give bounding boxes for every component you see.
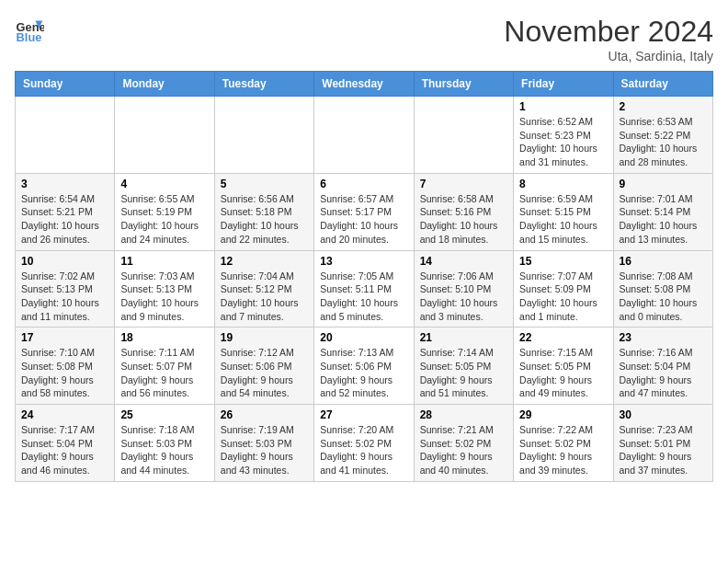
calendar-cell: 2Sunrise: 6:53 AMSunset: 5:22 PMDaylight… <box>613 97 712 174</box>
logo: General Blue <box>15 15 44 44</box>
day-number: 5 <box>221 178 308 190</box>
day-number: 3 <box>21 178 108 190</box>
day-number: 7 <box>420 178 507 190</box>
weekday-header: Saturday <box>613 72 712 97</box>
calendar-cell: 19Sunrise: 7:12 AMSunset: 5:06 PMDayligh… <box>214 327 313 405</box>
day-number: 6 <box>320 178 407 190</box>
day-number: 29 <box>519 408 607 421</box>
month-title: November 2024 <box>504 15 713 49</box>
calendar-cell <box>314 97 414 174</box>
day-info: Sunrise: 7:23 AMSunset: 5:01 PMDaylight:… <box>620 423 707 477</box>
day-number: 20 <box>320 331 407 344</box>
day-number: 1 <box>519 100 607 113</box>
day-info: Sunrise: 7:03 AMSunset: 5:13 PMDaylight:… <box>120 270 208 324</box>
day-info: Sunrise: 7:22 AMSunset: 5:02 PMDaylight:… <box>519 423 607 477</box>
day-info: Sunrise: 7:02 AMSunset: 5:13 PMDaylight:… <box>21 270 108 324</box>
weekday-header: Thursday <box>414 72 513 97</box>
day-number: 8 <box>519 178 607 190</box>
calendar-cell: 18Sunrise: 7:11 AMSunset: 5:07 PMDayligh… <box>115 327 214 405</box>
calendar-cell <box>414 97 513 174</box>
day-info: Sunrise: 6:56 AMSunset: 5:18 PMDaylight:… <box>221 192 308 247</box>
weekday-header: Tuesday <box>214 72 313 97</box>
day-info: Sunrise: 6:54 AMSunset: 5:21 PMDaylight:… <box>21 192 108 247</box>
calendar-cell: 1Sunrise: 6:52 AMSunset: 5:23 PMDaylight… <box>514 97 613 174</box>
calendar-week-row: 17Sunrise: 7:10 AMSunset: 5:08 PMDayligh… <box>16 327 713 405</box>
calendar-cell: 9Sunrise: 7:01 AMSunset: 5:14 PMDaylight… <box>613 173 712 250</box>
calendar-cell: 8Sunrise: 6:59 AMSunset: 5:15 PMDaylight… <box>514 173 613 250</box>
day-number: 16 <box>620 255 707 268</box>
day-number: 9 <box>620 178 707 190</box>
day-number: 13 <box>320 255 407 268</box>
day-number: 10 <box>21 255 108 268</box>
page-header: General Blue November 2024 Uta, Sardinia… <box>15 15 713 63</box>
day-info: Sunrise: 7:14 AMSunset: 5:05 PMDaylight:… <box>420 346 507 400</box>
logo-icon: General Blue <box>15 15 44 44</box>
calendar-cell: 29Sunrise: 7:22 AMSunset: 5:02 PMDayligh… <box>514 405 613 482</box>
day-number: 25 <box>120 408 208 421</box>
day-info: Sunrise: 6:59 AMSunset: 5:15 PMDaylight:… <box>519 192 607 247</box>
calendar-cell: 12Sunrise: 7:04 AMSunset: 5:12 PMDayligh… <box>214 250 313 327</box>
day-info: Sunrise: 7:06 AMSunset: 5:10 PMDaylight:… <box>420 270 507 324</box>
day-number: 27 <box>320 408 407 421</box>
day-number: 26 <box>221 408 308 421</box>
day-number: 24 <box>21 408 108 421</box>
day-number: 11 <box>120 255 208 268</box>
day-info: Sunrise: 7:13 AMSunset: 5:06 PMDaylight:… <box>320 346 407 400</box>
calendar-cell <box>214 97 313 174</box>
day-info: Sunrise: 7:20 AMSunset: 5:02 PMDaylight:… <box>320 423 407 477</box>
weekday-header: Sunday <box>16 72 115 97</box>
day-info: Sunrise: 7:05 AMSunset: 5:11 PMDaylight:… <box>320 270 407 324</box>
calendar-cell: 26Sunrise: 7:19 AMSunset: 5:03 PMDayligh… <box>214 405 313 482</box>
calendar-cell: 14Sunrise: 7:06 AMSunset: 5:10 PMDayligh… <box>414 250 513 327</box>
calendar-cell: 11Sunrise: 7:03 AMSunset: 5:13 PMDayligh… <box>115 250 214 327</box>
calendar-week-row: 1Sunrise: 6:52 AMSunset: 5:23 PMDaylight… <box>16 97 713 174</box>
day-info: Sunrise: 7:19 AMSunset: 5:03 PMDaylight:… <box>221 423 308 477</box>
day-number: 22 <box>519 331 607 344</box>
weekday-header: Monday <box>115 72 214 97</box>
day-info: Sunrise: 6:53 AMSunset: 5:22 PMDaylight:… <box>620 115 707 169</box>
calendar-cell: 3Sunrise: 6:54 AMSunset: 5:21 PMDaylight… <box>16 173 115 250</box>
day-number: 21 <box>420 331 507 344</box>
calendar-cell <box>16 97 115 174</box>
calendar-cell: 25Sunrise: 7:18 AMSunset: 5:03 PMDayligh… <box>115 405 214 482</box>
calendar-cell: 27Sunrise: 7:20 AMSunset: 5:02 PMDayligh… <box>314 405 414 482</box>
day-info: Sunrise: 6:57 AMSunset: 5:17 PMDaylight:… <box>320 192 407 247</box>
day-info: Sunrise: 7:10 AMSunset: 5:08 PMDaylight:… <box>21 346 108 400</box>
calendar-cell: 20Sunrise: 7:13 AMSunset: 5:06 PMDayligh… <box>314 327 414 405</box>
day-number: 2 <box>620 100 707 113</box>
day-info: Sunrise: 6:58 AMSunset: 5:16 PMDaylight:… <box>420 192 507 247</box>
day-info: Sunrise: 7:17 AMSunset: 5:04 PMDaylight:… <box>21 423 108 477</box>
calendar-cell <box>115 97 214 174</box>
calendar-cell: 16Sunrise: 7:08 AMSunset: 5:08 PMDayligh… <box>613 250 712 327</box>
day-number: 14 <box>420 255 507 268</box>
weekday-header-row: SundayMondayTuesdayWednesdayThursdayFrid… <box>16 72 713 97</box>
calendar-cell: 21Sunrise: 7:14 AMSunset: 5:05 PMDayligh… <box>414 327 513 405</box>
day-number: 12 <box>221 255 308 268</box>
weekday-header: Friday <box>514 72 613 97</box>
calendar-cell: 10Sunrise: 7:02 AMSunset: 5:13 PMDayligh… <box>16 250 115 327</box>
day-info: Sunrise: 6:52 AMSunset: 5:23 PMDaylight:… <box>519 115 607 169</box>
title-area: November 2024 Uta, Sardinia, Italy <box>504 15 713 63</box>
day-info: Sunrise: 7:08 AMSunset: 5:08 PMDaylight:… <box>620 270 707 324</box>
calendar-cell: 28Sunrise: 7:21 AMSunset: 5:02 PMDayligh… <box>414 405 513 482</box>
day-number: 30 <box>620 408 707 421</box>
svg-text:Blue: Blue <box>17 30 42 44</box>
day-info: Sunrise: 7:11 AMSunset: 5:07 PMDaylight:… <box>120 346 208 400</box>
day-info: Sunrise: 7:18 AMSunset: 5:03 PMDaylight:… <box>120 423 208 477</box>
calendar-table: SundayMondayTuesdayWednesdayThursdayFrid… <box>15 71 713 482</box>
calendar-cell: 6Sunrise: 6:57 AMSunset: 5:17 PMDaylight… <box>314 173 414 250</box>
day-number: 15 <box>519 255 607 268</box>
day-number: 4 <box>120 178 208 190</box>
day-number: 18 <box>120 331 208 344</box>
day-info: Sunrise: 7:01 AMSunset: 5:14 PMDaylight:… <box>620 192 707 247</box>
calendar-cell: 15Sunrise: 7:07 AMSunset: 5:09 PMDayligh… <box>514 250 613 327</box>
calendar-cell: 7Sunrise: 6:58 AMSunset: 5:16 PMDaylight… <box>414 173 513 250</box>
calendar-cell: 4Sunrise: 6:55 AMSunset: 5:19 PMDaylight… <box>115 173 214 250</box>
calendar-week-row: 24Sunrise: 7:17 AMSunset: 5:04 PMDayligh… <box>16 405 713 482</box>
day-info: Sunrise: 7:21 AMSunset: 5:02 PMDaylight:… <box>420 423 507 477</box>
day-number: 19 <box>221 331 308 344</box>
day-info: Sunrise: 7:07 AMSunset: 5:09 PMDaylight:… <box>519 270 607 324</box>
day-info: Sunrise: 7:12 AMSunset: 5:06 PMDaylight:… <box>221 346 308 400</box>
day-number: 28 <box>420 408 507 421</box>
calendar-cell: 13Sunrise: 7:05 AMSunset: 5:11 PMDayligh… <box>314 250 414 327</box>
